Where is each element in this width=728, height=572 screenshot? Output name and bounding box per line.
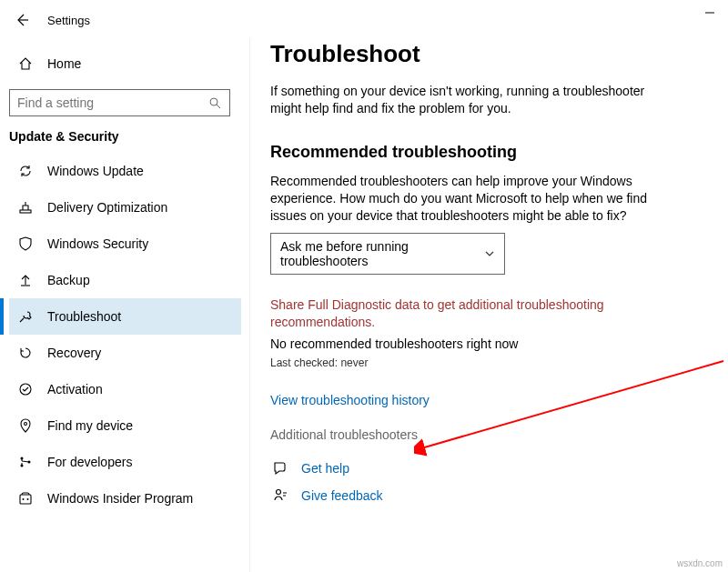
sidebar-item-label: Recovery [47,346,101,360]
sidebar-item-home[interactable]: Home [9,45,241,82]
activation-icon [16,380,35,398]
give-feedback-link[interactable]: Give feedback [301,488,383,503]
recommended-heading: Recommended troubleshooting [270,143,708,162]
sidebar-item-recovery[interactable]: Recovery [9,335,241,371]
arrow-left-icon [15,13,29,27]
content-area: Troubleshoot If something on your device… [250,38,728,572]
svg-rect-12 [20,495,31,504]
svg-point-15 [277,490,281,495]
window-title: Settings [47,14,90,27]
sidebar: Home Update & Security Windows Update De… [0,38,250,572]
search-icon [207,95,222,110]
search-input[interactable] [17,95,207,110]
sidebar-item-backup[interactable]: Backup [9,262,241,298]
additional-troubleshooters-link[interactable]: Additional troubleshooters [270,427,418,442]
get-help-link[interactable]: Get help [301,461,349,476]
sidebar-item-label: Backup [47,273,90,287]
svg-point-13 [23,498,25,500]
svg-point-7 [20,384,31,395]
sidebar-item-label: Windows Update [47,164,144,178]
minimize-button[interactable] [699,2,721,24]
give-feedback-row: Give feedback [270,486,708,506]
sidebar-item-label: Home [47,56,81,71]
svg-point-14 [27,498,29,500]
sidebar-item-delivery-optimization[interactable]: Delivery Optimization [9,189,241,226]
sidebar-item-windows-security[interactable]: Windows Security [9,226,241,262]
minimize-icon [704,7,715,18]
svg-point-2 [210,98,217,105]
sidebar-item-label: Delivery Optimization [47,200,167,215]
last-checked-text: Last checked: never [270,356,708,369]
sidebar-section-header: Update & Security [9,129,241,144]
no-recommended-text: No recommended troubleshooters right now [270,336,708,351]
dropdown-value: Ask me before running troubleshooters [280,239,485,268]
chevron-down-icon [485,248,495,259]
recovery-icon [16,344,35,362]
page-title: Troubleshoot [270,40,708,68]
get-help-row: Get help [270,458,708,478]
view-history-link[interactable]: View troubleshooting history [270,393,430,407]
location-icon [16,416,35,435]
feedback-icon [270,486,290,506]
watermark: wsxdn.com [677,558,723,568]
sidebar-item-label: Windows Insider Program [47,491,193,506]
sidebar-item-label: Windows Security [47,236,148,251]
back-button[interactable] [11,9,33,31]
backup-icon [16,271,35,289]
intro-text: If something on your device isn't workin… [270,83,652,117]
troubleshoot-preference-dropdown[interactable]: Ask me before running troubleshooters [270,233,505,275]
sidebar-item-label: Find my device [47,418,133,433]
home-icon [16,55,35,73]
sidebar-item-label: Activation [47,382,103,396]
sidebar-item-activation[interactable]: Activation [9,371,241,407]
delivery-icon [16,198,35,216]
sidebar-item-troubleshoot[interactable]: Troubleshoot [9,298,241,335]
insider-icon [16,489,35,507]
sidebar-item-windows-update[interactable]: Windows Update [9,153,241,189]
sidebar-item-label: For developers [47,455,132,469]
developers-icon [16,453,35,471]
chat-icon [270,458,290,478]
sync-icon [16,162,35,180]
diagnostic-warning: Share Full Diagnostic data to get additi… [270,296,652,331]
sidebar-item-label: Troubleshoot [47,309,121,324]
svg-rect-4 [20,210,31,213]
sidebar-item-find-my-device[interactable]: Find my device [9,407,241,444]
svg-point-8 [25,423,27,426]
recommended-desc: Recommended troubleshooters can help imp… [270,173,652,225]
shield-icon [16,235,35,253]
svg-line-3 [217,105,220,108]
sidebar-item-insider-program[interactable]: Windows Insider Program [9,480,241,517]
sidebar-item-for-developers[interactable]: For developers [9,444,241,480]
troubleshoot-icon [16,307,35,326]
search-input-wrapper[interactable] [9,89,230,116]
